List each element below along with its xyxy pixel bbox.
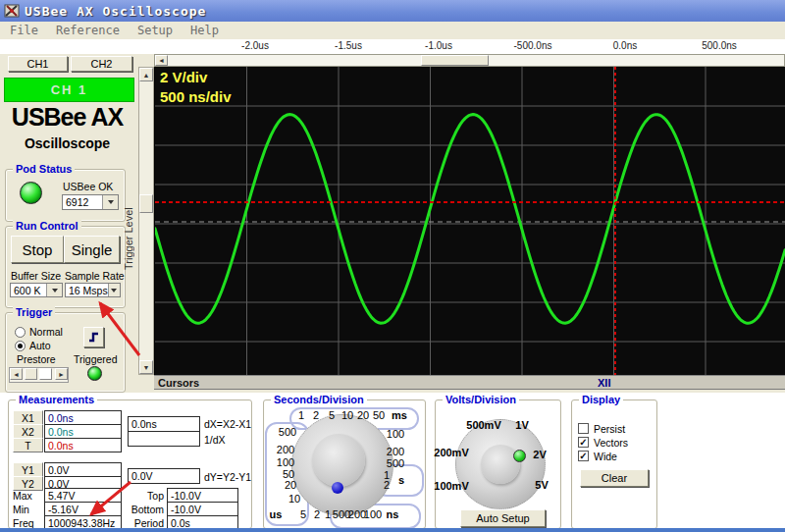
persist-checkbox[interactable]: ✓	[578, 423, 589, 434]
x2-value: 0.0ns	[44, 424, 122, 439]
knob-label[interactable]: 1	[298, 409, 304, 421]
bottom-panel: Measurements X1 X2 T 0.0ns 0.0ns 0.0ns 0…	[0, 393, 785, 528]
knob-label[interactable]: 2	[314, 508, 320, 520]
dx-label: dX=X2-X1	[204, 418, 251, 430]
y1-button[interactable]: Y1	[13, 462, 43, 477]
trigger-auto-radio[interactable]	[15, 341, 26, 351]
time-scrollbar[interactable]: ◄	[154, 54, 785, 67]
trigger-auto-label: Auto	[29, 340, 51, 351]
dropdown-arrow-icon[interactable]	[46, 284, 62, 296]
buffer-size-dropdown[interactable]: 600 K	[10, 283, 63, 297]
x1-button[interactable]: X1	[13, 410, 43, 425]
volts-label-200mv[interactable]: 200mV	[434, 447, 468, 458]
trigger-normal-radio[interactable]	[15, 327, 26, 338]
y1-value: 0.0V	[44, 462, 122, 477]
stop-button[interactable]: Stop	[11, 236, 64, 263]
trigger-level-label: Trigger Level	[123, 157, 134, 270]
time-scrollbar-thumb[interactable]	[421, 55, 489, 66]
time-tick: 0.0ns	[591, 40, 659, 51]
run-control-title: Run Control	[13, 220, 81, 232]
knob-label[interactable]: 5	[300, 508, 306, 520]
x2-button[interactable]: X2	[13, 424, 43, 439]
dy-value: 0.0V	[128, 468, 200, 484]
prestore-right-button[interactable]: ►	[55, 368, 68, 380]
waveform-plot	[155, 67, 785, 375]
auto-setup-button[interactable]: Auto Setup	[460, 509, 546, 527]
menu-bar: File Reference Setup Help	[0, 22, 785, 39]
menu-help[interactable]: Help	[190, 24, 219, 37]
rising-edge-icon	[87, 331, 100, 344]
trigger-level-scrollbar[interactable]: ▲ ▼	[138, 67, 154, 375]
prestore-track[interactable]	[39, 368, 52, 380]
vectors-checkbox[interactable]: ✓	[578, 437, 589, 448]
knob-label[interactable]: 100	[387, 428, 404, 440]
prestore-slider[interactable]: ◄ ►	[9, 367, 69, 383]
tab-ch2[interactable]: CH2	[71, 56, 132, 72]
tab-ch1[interactable]: CH1	[8, 56, 68, 72]
knob-label[interactable]: 100	[277, 456, 294, 468]
active-channel-banner: CH 1	[4, 78, 134, 102]
scroll-up-button[interactable]: ▲	[139, 68, 153, 81]
seconds-knob-indicator	[332, 482, 343, 494]
knob-label[interactable]: 500	[387, 457, 404, 469]
single-button[interactable]: Single	[64, 236, 120, 263]
pod-id-dropdown[interactable]: 6912	[62, 194, 119, 210]
scroll-left-button[interactable]: ◄	[155, 55, 168, 66]
seconds-knob-hub[interactable]	[312, 434, 365, 487]
volts-label-1v[interactable]: 1V	[515, 419, 528, 431]
knob-label[interactable]: 10	[341, 409, 353, 421]
knob-label[interactable]: 100	[364, 508, 382, 520]
clear-button[interactable]: Clear	[580, 469, 649, 487]
knob-label[interactable]: 10	[288, 493, 300, 505]
dropdown-arrow-icon[interactable]	[108, 284, 120, 296]
volts-label-5v[interactable]: 5V	[535, 479, 548, 491]
volts-division-group: Volts/Division 500mV 1V 200mV 2V 100mV 5…	[435, 399, 561, 529]
prestore-thumb[interactable]	[25, 368, 37, 380]
max-value: 5.47V	[44, 488, 122, 503]
scroll-down-button[interactable]: ▼	[139, 360, 153, 374]
volts-label-2v[interactable]: 2V	[533, 449, 546, 460]
cursor-handles[interactable]: XII	[598, 377, 610, 389]
time-per-div-readout: 500 ns/div	[160, 88, 232, 105]
pod-status-led	[20, 182, 42, 204]
prestore-left-button[interactable]: ◄	[10, 368, 23, 380]
cursors-label: Cursors	[158, 377, 199, 389]
bottom-label: Bottom	[123, 504, 164, 515]
min-label: Min	[13, 504, 29, 515]
wide-checkbox[interactable]: ✓	[578, 451, 589, 461]
pod-status-text: USBee OK	[63, 181, 113, 192]
menu-setup[interactable]: Setup	[137, 24, 173, 37]
window-title: USBee AX Oscilloscope	[25, 4, 206, 19]
knob-label[interactable]: 1	[325, 508, 331, 520]
t-value: 0.0ns	[44, 438, 122, 452]
knob-label[interactable]: 200	[387, 446, 404, 457]
t-button[interactable]: T	[13, 438, 43, 452]
menu-file[interactable]: File	[10, 24, 38, 37]
measurements-group: Measurements X1 X2 T 0.0ns 0.0ns 0.0ns 0…	[8, 399, 252, 529]
seconds-division-title: Seconds/Division	[271, 394, 367, 405]
knob-label[interactable]: 20	[285, 479, 296, 491]
trigger-group: Trigger Normal Auto Prestore Triggered ◄…	[5, 312, 126, 393]
seconds-division-group: Seconds/Division 1 2 5 10 20 50 ms 500 2…	[263, 399, 426, 529]
knob-label[interactable]: 200	[277, 444, 294, 455]
knob-label[interactable]: 5	[329, 409, 335, 421]
knob-label[interactable]: 20	[357, 409, 369, 421]
knob-label[interactable]: 500	[279, 426, 296, 438]
volts-label-100mv[interactable]: 100mV	[434, 480, 468, 492]
dropdown-arrow-icon[interactable]	[102, 195, 118, 209]
title-bar[interactable]: USBee AX Oscilloscope	[0, 0, 785, 22]
y2-button[interactable]: Y2	[13, 476, 43, 491]
trigger-level-thumb[interactable]	[139, 194, 153, 213]
scope-display[interactable]: 2 V/div 500 ns/div	[154, 67, 785, 375]
knob-label[interactable]: 50	[373, 409, 385, 421]
cursors-bar[interactable]: Cursors XII	[154, 375, 785, 390]
sample-rate-dropdown[interactable]: 16 Msps	[65, 283, 121, 297]
volts-label-500mv[interactable]: 500mV	[466, 419, 500, 431]
trigger-edge-button[interactable]	[83, 327, 104, 347]
knob-label[interactable]: 2	[313, 409, 319, 421]
knob-label[interactable]: 2	[384, 479, 390, 491]
scope-grid	[155, 67, 785, 375]
max-label: Max	[13, 490, 32, 502]
menu-reference[interactable]: Reference	[56, 24, 120, 37]
pod-status-group: Pod Status USBee OK 6912	[5, 169, 126, 222]
